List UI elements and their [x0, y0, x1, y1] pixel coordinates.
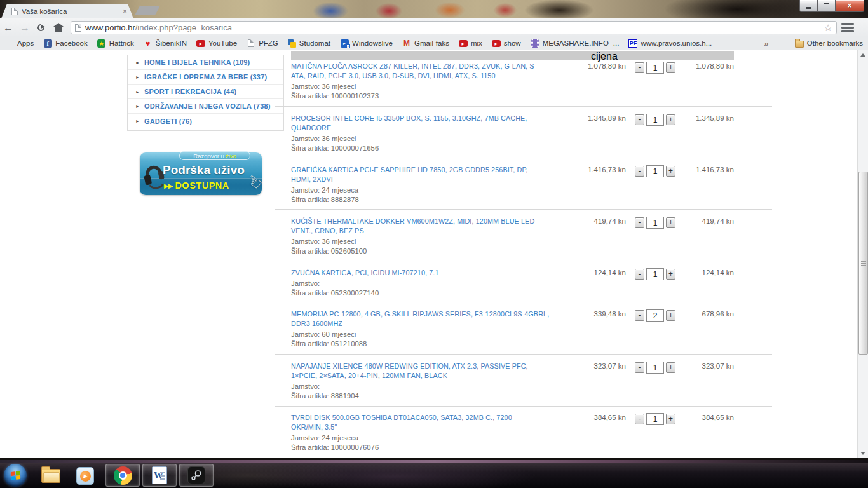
qty-plus-button[interactable]: + [666, 362, 675, 373]
qty-minus-button[interactable]: - [635, 269, 644, 280]
bookmark-star-icon[interactable]: ☆ [824, 22, 832, 34]
bookmark-pfzg[interactable]: PFZG [247, 39, 278, 48]
other-bookmarks-button[interactable]: Other bookmarks [795, 39, 863, 48]
windows-live-icon: ▸✓ [341, 39, 349, 48]
bookmark-studomat[interactable]: Studomat [288, 39, 330, 48]
qty-plus-button[interactable]: + [666, 414, 675, 424]
address-bar[interactable]: www.portio.hr/index.php?page=kosarica ☆ [71, 21, 837, 34]
product-link[interactable]: KUĆIŠTE THERMALTAKE DOKKER VM600M1W2Z, M… [291, 217, 590, 236]
qty-input[interactable] [646, 309, 664, 322]
qty-input[interactable] [646, 217, 664, 229]
sidebar-item-gadgeti[interactable]: ► GADGETI (76) [128, 114, 283, 128]
taskbar-item-word[interactable]: W [142, 464, 177, 487]
qty-plus-button[interactable]: + [666, 217, 675, 228]
bookmark-youtube[interactable]: ▶ YouTube [196, 39, 237, 48]
scrollbar-thumb[interactable] [858, 172, 868, 355]
qty-minus-button[interactable]: - [635, 362, 644, 373]
youtube-icon: ▶ [459, 40, 468, 47]
qty-plus-button[interactable]: + [666, 269, 675, 280]
unit-price: 419,74 kn [593, 217, 626, 225]
chevron-right-icon: ► [135, 104, 140, 109]
url-text[interactable]: www.portio.hr/index.php?page=kosarica [85, 23, 820, 32]
forward-icon[interactable]: → [17, 22, 33, 34]
bookmarks-overflow-chevron-icon[interactable]: » [764, 39, 769, 48]
taskbar-item-steam[interactable] [179, 464, 214, 487]
start-button[interactable] [4, 464, 27, 487]
sku-text: Šifra artikla: 100000071656 [291, 144, 772, 153]
qty-minus-button[interactable]: - [635, 62, 644, 73]
double-arrow-icon: ▶▶ [164, 182, 172, 189]
scroll-down-icon[interactable] [860, 452, 865, 455]
total-price: 1.345,89 kn [696, 114, 734, 122]
bookmark-facebook[interactable]: f Facebook [43, 39, 88, 48]
menu-icon[interactable] [841, 23, 854, 32]
qty-plus-button[interactable]: + [666, 310, 675, 321]
minimize-button[interactable] [799, 0, 818, 12]
tab-favicon-page-icon [11, 8, 18, 15]
scroll-up-icon[interactable] [860, 53, 865, 57]
qty-plus-button[interactable]: + [666, 166, 675, 177]
home-icon[interactable] [55, 27, 62, 32]
qty-input[interactable] [646, 268, 664, 280]
sidebar-item-home-i-bijela-tehnika[interactable]: ► HOME I BIJELA TEHNIKA (109) [128, 55, 283, 70]
qty-minus-button[interactable]: - [635, 414, 644, 424]
bookmark-windowslive[interactable]: ▸✓ Windowslive [340, 39, 393, 48]
live-support-banner[interactable]: Razgovor u živo Podrška uživo ▶▶ DOSTUPN… [140, 152, 262, 195]
film-icon [531, 39, 539, 48]
sidebar-item-igracke-i-oprema[interactable]: ► IGRAČKE I OPREMA ZA BEBE (337) [128, 70, 283, 85]
bookmark-apps[interactable]: Apps [5, 39, 34, 48]
bookmark-pravos[interactable]: PF www.pravos.unios.h... [628, 39, 712, 48]
studomat-icon [288, 39, 296, 48]
qty-input[interactable] [646, 165, 664, 177]
total-price: 323,07 kn [702, 362, 734, 370]
taskbar-item-explorer[interactable] [37, 466, 65, 486]
product-link[interactable]: MATIČNA PLOČA ASROCK Z87 KILLER, INTEL Z… [291, 62, 590, 81]
sidebar-item-odrzavanje-vozila[interactable]: ► ODRŽAVANJE I NJEGA VOZILA (738) [128, 99, 283, 114]
qty-minus-button[interactable]: - [635, 310, 644, 321]
cart-row: KUĆIŠTE THERMALTAKE DOKKER VM600M1W2Z, M… [275, 217, 772, 261]
browser-toolbar: ← → www.portio.hr/index.php?page=kosaric… [0, 18, 868, 37]
reload-icon[interactable] [36, 23, 46, 32]
bookmark-sibenikin[interactable]: ♥ ŠibenikIN [144, 39, 187, 48]
taskbar-item-chrome[interactable] [105, 464, 140, 487]
warranty-text: Jamstvo: 60 mjeseci [291, 330, 772, 339]
qty-minus-button[interactable]: - [635, 217, 644, 228]
qty-plus-button[interactable]: + [666, 62, 675, 73]
apps-grid-icon [5, 39, 14, 48]
product-link[interactable]: NAPAJANJE XILENCE 480W REDWING EDITION, … [291, 362, 590, 381]
bookmark-show[interactable]: ▶ show [492, 39, 521, 48]
total-price: 1.078,80 kn [696, 62, 734, 70]
bookmark-mix[interactable]: ▶ mix [459, 39, 482, 48]
bookmark-megashare[interactable]: MEGASHARE.INFO -... [531, 39, 620, 48]
product-link[interactable]: TVRDI DISK 500.0GB TOSHIBA DT01ACA050, S… [291, 413, 590, 432]
quantity-stepper: - + [635, 114, 675, 126]
bookmark-hattrick[interactable]: ★ Hattrick [97, 39, 134, 48]
qty-input[interactable] [646, 362, 664, 374]
product-link[interactable]: ZVUČNA KARTICA, PCI, ICIDU MI-707210, 7.… [291, 268, 590, 278]
qty-input[interactable] [646, 62, 664, 74]
close-button[interactable]: × [836, 0, 864, 12]
bookmark-gmail-faks[interactable]: M Gmail-faks [402, 39, 449, 48]
sku-text: Šifra artikla: 052605100 [291, 247, 772, 256]
product-link[interactable]: PROCESOR INTEL CORE I5 3350P BOX, S. 115… [291, 114, 590, 133]
product-link[interactable]: GRAFIČKA KARTICA PCI-E SAPPHIRE HD 7850,… [291, 165, 590, 184]
word-icon: W [152, 466, 167, 484]
back-icon[interactable]: ← [0, 22, 17, 34]
warranty-text: Jamstvo: 36 mjeseci [291, 82, 772, 92]
product-link[interactable]: MEMORIJA PC-12800, 4 GB, G.SKILL RIPJAWS… [291, 309, 590, 329]
browser-tab[interactable]: Vaša košarica × [1, 4, 133, 18]
new-tab-button[interactable] [135, 6, 160, 15]
qty-minus-button[interactable]: - [635, 166, 644, 177]
url-path: /index.php?page=kosarica [135, 23, 232, 32]
qty-input[interactable] [646, 413, 664, 425]
qty-input[interactable] [646, 114, 664, 126]
qty-plus-button[interactable]: + [666, 114, 675, 125]
qty-minus-button[interactable]: - [635, 114, 644, 125]
page-scrollbar[interactable] [857, 50, 868, 458]
restore-button[interactable] [818, 0, 836, 12]
tab-close-icon[interactable]: × [123, 8, 127, 15]
quantity-stepper: - + [635, 413, 675, 425]
taskbar-item-media-player[interactable]: ▶ [71, 466, 99, 486]
sidebar-item-sport-i-rekreacija[interactable]: ► SPORT I REKREACIJA (44) [128, 85, 283, 99]
cart-row: GRAFIČKA KARTICA PCI-E SAPPHIRE HD 7850,… [275, 165, 772, 210]
